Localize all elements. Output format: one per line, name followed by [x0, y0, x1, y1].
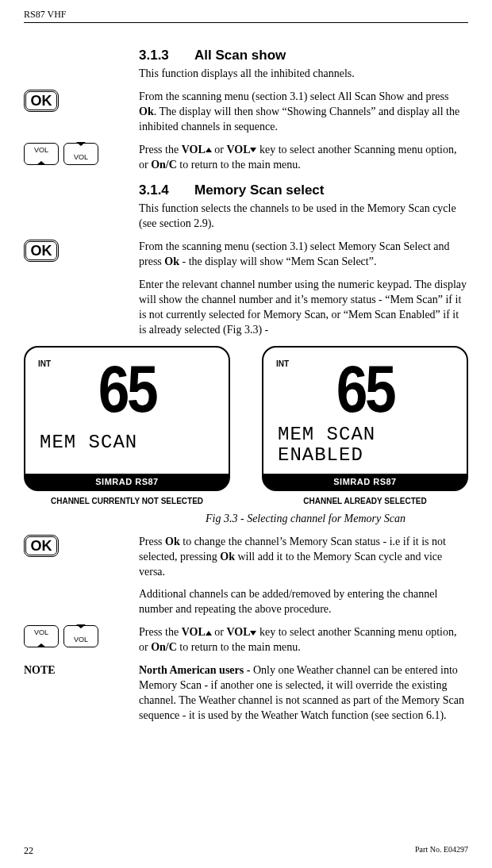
text-after-p3: Press the VOL or VOL key to select anoth…: [139, 625, 468, 655]
inline-arrow-up-icon: [206, 148, 212, 152]
page-header: RS87 VHF: [24, 8, 468, 23]
part-number: Part No. E04297: [415, 844, 468, 857]
heading-314: 3.1.4Memory Scan select: [139, 182, 468, 200]
lcd-caption-right: CHANNEL ALREADY SELECTED: [262, 496, 468, 507]
arrow-down-icon: [76, 624, 86, 636]
text-313-p1: From the scanning menu (section 3.1) sel…: [139, 90, 468, 135]
inline-arrow-up-icon: [206, 631, 212, 636]
text-314-p1: From the scanning menu (section 3.1) sel…: [139, 240, 468, 270]
arrow-up-icon: [37, 636, 46, 647]
note-label: NOTE: [24, 663, 56, 724]
note-text: North American users - Only one Weather …: [139, 663, 468, 724]
text-313-p2: Press the VOL or VOL key to select anoth…: [139, 143, 468, 173]
lcd-channel-number: 65: [282, 344, 449, 434]
heading-313: 3.1.3All Scan show: [139, 47, 468, 65]
arrow-up-icon: [37, 153, 46, 165]
text-314-intro: This function selects the channels to be…: [139, 202, 468, 232]
lcd-brand: SIMRAD RS87: [25, 474, 229, 490]
text-314-p2: Enter the relevant channel number using …: [139, 278, 468, 338]
ok-button-icon: OK: [24, 240, 59, 262]
arrow-down-icon: [76, 142, 86, 154]
text-after-p1: Press Ok to change the channel’s Memory …: [139, 535, 468, 580]
vol-down-button-icon: VOL: [63, 143, 98, 165]
vol-down-button-icon: VOL: [63, 625, 98, 647]
vol-up-button-icon: VOL: [24, 143, 59, 165]
lcd-brand: SIMRAD RS87: [263, 474, 467, 490]
page-footer: 22 Part No. E04297: [24, 844, 468, 857]
lcd-channel-number: 65: [44, 344, 211, 434]
lcd-left: INT 65 MEM SCAN SIMRAD RS87: [24, 346, 230, 492]
page-number: 22: [24, 844, 33, 857]
lcd-status-line: MEM SCAN: [40, 430, 137, 455]
text-after-p2: Additional channels can be added/removed…: [139, 587, 468, 617]
vol-up-button-icon: VOL: [24, 625, 59, 647]
lcd-status-line2: ENABLED: [278, 443, 363, 468]
lcd-caption-left: CHANNEL CURRENTLY NOT SELECTED: [24, 496, 230, 507]
text-313-intro: This function displays all the inhibited…: [139, 67, 468, 82]
lcd-right: INT 65 MEM SCAN ENABLED SIMRAD RS87: [262, 346, 468, 492]
lcd-figure: INT 65 MEM SCAN SIMRAD RS87 CHANNEL CURR…: [24, 346, 468, 507]
figure-caption: Fig 3.3 - Selecting channel for Memory S…: [143, 512, 468, 527]
ok-button-icon: OK: [24, 535, 59, 557]
ok-button-icon: OK: [24, 90, 59, 112]
